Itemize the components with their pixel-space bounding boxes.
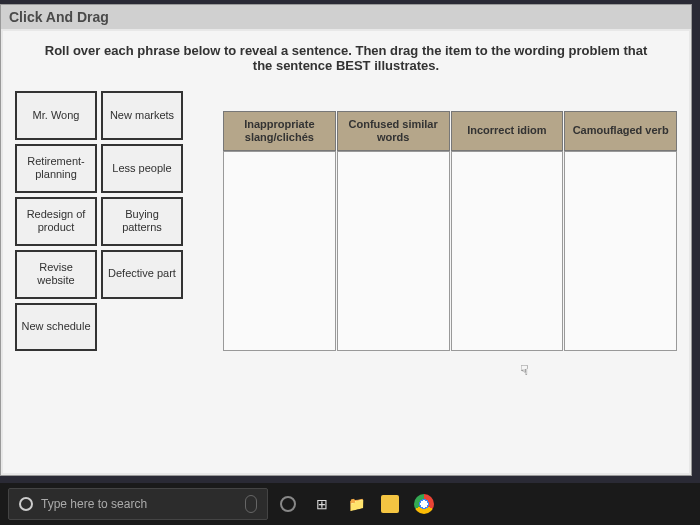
- drop-zone-body[interactable]: [337, 151, 450, 351]
- phrase-card[interactable]: Retirement-planning: [15, 144, 97, 193]
- drop-zone[interactable]: Incorrect idiom: [451, 111, 564, 351]
- content-area: Roll over each phrase below to reveal a …: [3, 31, 689, 473]
- drop-zone[interactable]: Camouflaged verb: [564, 111, 677, 351]
- chrome-icon[interactable]: [410, 490, 438, 518]
- drop-zone[interactable]: Confused similar words: [337, 111, 450, 351]
- search-placeholder: Type here to search: [41, 497, 147, 511]
- app-window: Click And Drag Roll over each phrase bel…: [0, 4, 692, 476]
- cursor-icon: ☟: [520, 362, 529, 378]
- phrase-card[interactable]: Less people: [101, 144, 183, 193]
- drop-zone[interactable]: Inappropriate slang/clichés: [223, 111, 336, 351]
- phrases-grid: Mr. Wong New markets Retirement-planning…: [15, 91, 183, 351]
- phrase-card[interactable]: New schedule: [15, 303, 97, 352]
- drop-zone-header: Camouflaged verb: [564, 111, 677, 151]
- instructions-text: Roll over each phrase below to reveal a …: [15, 43, 677, 73]
- file-explorer-icon[interactable]: 📁: [342, 490, 370, 518]
- store-icon[interactable]: [376, 490, 404, 518]
- drop-zone-body[interactable]: [223, 151, 336, 351]
- phrase-card[interactable]: New markets: [101, 91, 183, 140]
- drop-zone-header: Confused similar words: [337, 111, 450, 151]
- phrase-card[interactable]: Redesign of product: [15, 197, 97, 246]
- phrase-card[interactable]: Revise website: [15, 250, 97, 299]
- window-title: Click And Drag: [9, 9, 109, 25]
- taskbar: Type here to search ⊞ 📁: [0, 483, 700, 525]
- drop-zone-body[interactable]: [564, 151, 677, 351]
- cortana-icon[interactable]: [274, 490, 302, 518]
- window-title-bar: Click And Drag: [1, 5, 691, 29]
- phrase-card[interactable]: Buying patterns: [101, 197, 183, 246]
- drop-zone-body[interactable]: [451, 151, 564, 351]
- main-layout: Mr. Wong New markets Retirement-planning…: [15, 91, 677, 351]
- phrase-card[interactable]: Mr. Wong: [15, 91, 97, 140]
- drop-zone-header: Inappropriate slang/clichés: [223, 111, 336, 151]
- drop-zones: Inappropriate slang/clichés Confused sim…: [223, 111, 677, 351]
- phrase-card[interactable]: Defective part: [101, 250, 183, 299]
- search-icon: [19, 497, 33, 511]
- search-box[interactable]: Type here to search: [8, 488, 268, 520]
- drop-zone-header: Incorrect idiom: [451, 111, 564, 151]
- task-view-icon[interactable]: ⊞: [308, 490, 336, 518]
- mic-icon[interactable]: [245, 495, 257, 513]
